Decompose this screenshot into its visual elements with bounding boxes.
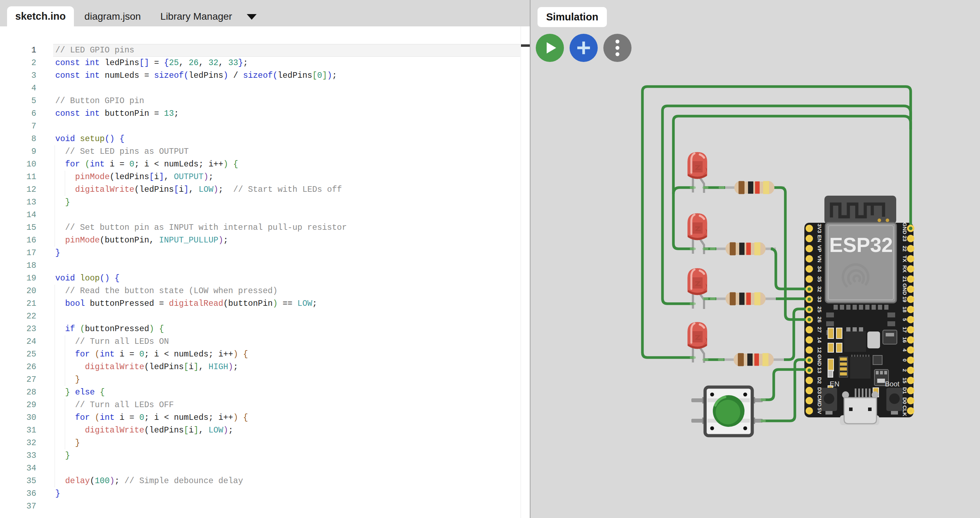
svg-text:22: 22 [902, 246, 908, 252]
svg-text:0: 0 [902, 359, 908, 361]
svg-text:17: 17 [902, 327, 908, 333]
svg-text:RX: RX [902, 265, 908, 273]
svg-text:27: 27 [817, 327, 822, 333]
svg-text:21: 21 [902, 276, 908, 282]
svg-text:CMD: CMD [817, 395, 822, 407]
svg-text:14: 14 [817, 337, 822, 343]
svg-text:34: 34 [817, 266, 822, 272]
svg-text:CLK: CLK [902, 405, 908, 416]
svg-text:ESP32: ESP32 [829, 233, 893, 256]
svg-text:EN: EN [830, 380, 840, 388]
svg-text:D3: D3 [817, 387, 822, 394]
svg-text:GND: GND [902, 283, 908, 295]
svg-text:VP: VP [817, 245, 822, 252]
svg-text:4: 4 [902, 348, 908, 351]
svg-text:18: 18 [902, 307, 908, 313]
svg-text:VN: VN [817, 255, 822, 262]
svg-text:EN: EN [817, 235, 822, 242]
svg-text:33: 33 [817, 296, 822, 302]
svg-text:D0: D0 [902, 397, 908, 404]
svg-text:2: 2 [902, 369, 908, 372]
svg-text:26: 26 [817, 317, 822, 323]
svg-text:3V3: 3V3 [817, 224, 822, 233]
svg-text:TX: TX [902, 256, 908, 262]
svg-text:16: 16 [902, 337, 908, 343]
svg-text:GND: GND [817, 354, 822, 366]
svg-text:D1: D1 [902, 387, 908, 394]
svg-text:13: 13 [817, 367, 822, 373]
svg-text:15: 15 [902, 378, 908, 384]
svg-text:12: 12 [817, 347, 822, 353]
svg-text:Boot: Boot [885, 380, 900, 388]
svg-text:23: 23 [902, 235, 908, 242]
svg-text:35: 35 [817, 276, 822, 282]
svg-text:19: 19 [902, 296, 908, 302]
svg-text:D2: D2 [817, 377, 822, 384]
svg-text:5V: 5V [817, 407, 822, 414]
svg-text:25: 25 [817, 307, 822, 313]
svg-text:GND: GND [902, 222, 908, 234]
svg-text:5: 5 [902, 318, 908, 321]
svg-text:32: 32 [817, 286, 822, 292]
